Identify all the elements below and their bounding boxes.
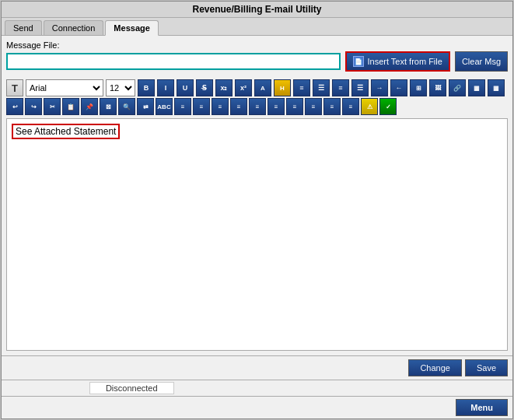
message-file-label: Message File:	[6, 40, 508, 50]
message-file-section: Message File: 📄 Insert Text from File Cl…	[6, 40, 508, 76]
bottom-bar: Change Save	[2, 355, 512, 380]
select-all-button[interactable]: ⊠	[100, 98, 117, 115]
tb2-btn9[interactable]: ≡	[323, 98, 341, 115]
align-justify-button[interactable]: ☰	[351, 79, 369, 96]
tb2-btn2[interactable]: ≡	[193, 98, 210, 115]
font-name-select[interactable]: Arial Times New Roman Courier New	[26, 79, 103, 96]
underline-button[interactable]: U	[177, 79, 194, 96]
menu-bar: Menu	[2, 396, 512, 418]
more-btn1[interactable]: ▦	[468, 79, 485, 96]
insert-icon: 📄	[353, 56, 364, 67]
subscript-button[interactable]: x₂	[215, 79, 233, 96]
cut-button[interactable]: ✂	[44, 98, 61, 115]
toolbar-row1: T Arial Times New Roman Courier New 8 10…	[6, 79, 508, 96]
status-bar: Disconnected	[2, 380, 512, 396]
tb2-btn10[interactable]: ≡	[342, 98, 359, 115]
tb2-btn6[interactable]: ≡	[267, 98, 285, 115]
bold-button[interactable]: B	[138, 79, 155, 96]
tab-message[interactable]: Message	[105, 20, 158, 36]
editor-area[interactable]: See Attached Statement	[6, 118, 508, 351]
highlight-button[interactable]: H	[274, 79, 291, 96]
message-file-input[interactable]	[6, 53, 341, 70]
paste-button[interactable]: 📌	[81, 98, 98, 115]
more-btn2[interactable]: ▦	[488, 79, 505, 96]
redo-button[interactable]: ↪	[25, 98, 42, 115]
font-color-button[interactable]: A	[254, 79, 271, 96]
undo-button[interactable]: ↩	[6, 98, 23, 115]
clear-msg-button[interactable]: Clear Msg	[455, 51, 508, 72]
insert-image-button[interactable]: 🖼	[429, 79, 446, 96]
tb2-btn12[interactable]: ✓	[379, 98, 397, 115]
status-text: Disconnected	[89, 382, 174, 394]
superscript-button[interactable]: x²	[235, 79, 252, 96]
insert-link-button[interactable]: 🔗	[449, 79, 466, 96]
find-button[interactable]: 🔍	[118, 98, 135, 115]
tb2-btn7[interactable]: ≡	[286, 98, 303, 115]
copy-button[interactable]: 📋	[62, 98, 79, 115]
tb2-btn8[interactable]: ≡	[305, 98, 322, 115]
align-center-button[interactable]: ☰	[313, 79, 330, 96]
spell-check-button[interactable]: ABC	[156, 98, 173, 115]
replace-button[interactable]: ⇄	[137, 98, 154, 115]
content-area: Message File: 📄 Insert Text from File Cl…	[2, 36, 512, 355]
tb2-btn5[interactable]: ≡	[249, 98, 266, 115]
tb2-btn3[interactable]: ≡	[212, 98, 229, 115]
tab-connection[interactable]: Connection	[44, 20, 104, 35]
insert-table-button[interactable]: ⊞	[410, 79, 427, 96]
toolbar-row2: ↩ ↪ ✂ 📋 📌 ⊠ 🔍 ⇄ ABC ≡ ≡ ≡ ≡ ≡ ≡ ≡ ≡ ≡ ≡ …	[6, 98, 508, 115]
tb2-btn4[interactable]: ≡	[230, 98, 247, 115]
editor-highlighted-text: See Attached Statement	[12, 124, 120, 139]
insert-text-button[interactable]: 📄 Insert Text from File	[345, 51, 449, 72]
align-right-button[interactable]: ≡	[332, 79, 349, 96]
italic-button[interactable]: I	[157, 79, 174, 96]
tab-send[interactable]: Send	[5, 20, 42, 35]
menu-button[interactable]: Menu	[456, 399, 508, 416]
message-file-row: 📄 Insert Text from File Clear Msg	[6, 51, 508, 72]
indent-button[interactable]: →	[371, 79, 388, 96]
status-left: Disconnected	[6, 382, 257, 394]
tb2-btn1[interactable]: ≡	[174, 98, 191, 115]
title-bar: Revenue/Billing E-mail Utility	[2, 2, 512, 18]
font-size-select[interactable]: 8 10 12 14 16 18 24	[106, 79, 135, 96]
tb2-btn11[interactable]: ⚠	[361, 98, 378, 115]
font-type-icon[interactable]: T	[6, 79, 23, 96]
change-button[interactable]: Change	[408, 359, 462, 376]
align-left-button[interactable]: ≡	[293, 79, 310, 96]
outdent-button[interactable]: ←	[390, 79, 407, 96]
strikethrough-button[interactable]: S̶	[196, 79, 213, 96]
tab-bar: Send Connection Message	[2, 18, 512, 36]
save-button[interactable]: Save	[465, 359, 508, 376]
